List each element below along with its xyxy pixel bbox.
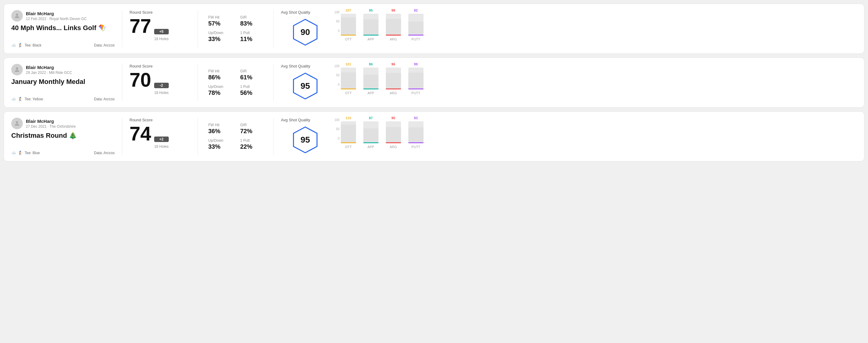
bar-group-arg: 98 ARG	[386, 8, 401, 41]
hexagon-container: 95	[290, 125, 320, 155]
chart-section: 100 50 0 101 OTT 86 APP	[330, 64, 857, 101]
bar-group-putt: 99 PUTT	[408, 62, 424, 95]
score-row: 74 +2 18 Holes	[129, 124, 190, 149]
chart-section: 100 50 0 107 OTT 95 APP	[330, 10, 857, 48]
avatar	[11, 118, 23, 129]
round-left-section: Blair McHarg 27 Dec 2021 · The Oxfordshi…	[11, 118, 115, 155]
score-big: 74	[129, 124, 151, 144]
divider	[122, 118, 122, 155]
score-big: 70	[129, 70, 151, 90]
hexagon-container: 95	[290, 71, 320, 101]
holes-label: 18 Holes	[154, 37, 168, 41]
updown-stat: Up/Down 33%	[208, 31, 234, 42]
round-score-label: Round Score	[129, 118, 190, 122]
one-putt-stat: 1 Putt 11%	[240, 31, 266, 42]
updown-stat: Up/Down 78%	[208, 85, 234, 96]
score-section: Round Score 74 +2 18 Holes	[129, 118, 190, 155]
tee-label: Tee: Blue	[25, 151, 40, 155]
round-title: January Monthly Medal	[11, 78, 115, 86]
divider3	[273, 10, 274, 48]
user-icon	[14, 120, 20, 127]
updown-stat: Up/Down 33%	[208, 138, 234, 150]
bottom-row: ☁️ 🏌 Tee: Blue Data: Arccos	[11, 151, 115, 155]
user-meta: 27 Dec 2021 · The Oxfordshire	[26, 124, 76, 129]
score-diff-badge: +2	[154, 136, 168, 142]
one-putt-stat: 1 Putt 56%	[240, 85, 266, 96]
score-diff-badge: +5	[154, 29, 168, 34]
weather-icon: ☁️	[11, 97, 16, 101]
bar-group-ott: 101 OTT	[341, 62, 356, 95]
hex-score: 90	[300, 27, 310, 37]
user-info: Blair McHarg 29 Jan 2022 · Mill Ride GCC	[11, 64, 115, 75]
bar-group-arg: 95 ARG	[386, 116, 401, 149]
one-putt-stat: 1 Putt 22%	[240, 138, 266, 150]
bar-group-app: 95 APP	[363, 8, 378, 41]
avatar	[11, 10, 23, 22]
divider2	[197, 10, 198, 48]
user-name: Blair McHarg	[26, 119, 76, 124]
bar-group-arg: 96 ARG	[386, 62, 401, 95]
chart-section: 100 50 0 110 OTT 87 APP	[330, 118, 857, 155]
round-score-label: Round Score	[129, 64, 190, 68]
quality-label: Avg Shot Quality	[281, 64, 310, 68]
divider3	[273, 64, 274, 101]
data-source: Data: Arccos	[94, 97, 115, 101]
round-card-1: Blair McHarg 12 Feb 2022 · Royal North D…	[4, 4, 864, 54]
round-title: Christmas Round 🎄	[11, 132, 115, 139]
quality-section: Avg Shot Quality 95	[281, 118, 330, 155]
gir-stat: GIR 61%	[240, 69, 266, 81]
fw-hit-stat: FW Hit 57%	[208, 15, 234, 27]
bar-group-ott: 107 OTT	[341, 8, 356, 41]
round-card-3: Blair McHarg 27 Dec 2021 · The Oxfordshi…	[4, 111, 864, 161]
bar-group-app: 86 APP	[363, 62, 378, 95]
stats-section: FW Hit 86% GIR 61% Up/Down 78% 1 Putt 56…	[205, 64, 266, 101]
bar-group-app: 87 APP	[363, 116, 378, 149]
bar-group-putt: 93 PUTT	[408, 116, 424, 149]
bar-group-ott: 110 OTT	[341, 116, 356, 149]
round-score-label: Round Score	[129, 10, 190, 14]
divider3	[273, 118, 274, 155]
bag-icon: 🏌	[18, 97, 23, 101]
divider	[122, 10, 122, 48]
user-info: Blair McHarg 27 Dec 2021 · The Oxfordshi…	[11, 118, 115, 129]
score-big: 77	[129, 17, 151, 36]
avatar	[11, 64, 23, 75]
round-card-2: Blair McHarg 29 Jan 2022 · Mill Ride GCC…	[4, 58, 864, 107]
bag-icon: 🏌	[18, 43, 23, 48]
weather-icon: ☁️	[11, 43, 16, 48]
gir-stat: GIR 83%	[240, 15, 266, 27]
holes-label: 18 Holes	[154, 91, 168, 95]
divider2	[197, 64, 198, 101]
user-info: Blair McHarg 12 Feb 2022 · Royal North D…	[11, 10, 115, 22]
hex-score: 95	[300, 81, 310, 91]
stats-section: FW Hit 36% GIR 72% Up/Down 33% 1 Putt 22…	[205, 118, 266, 155]
quality-section: Avg Shot Quality 90	[281, 10, 330, 48]
tee-label: Tee: Yellow	[25, 97, 43, 101]
tee-label: Tee: Black	[25, 43, 41, 48]
bag-icon: 🏌	[18, 151, 23, 155]
svg-point-4	[16, 121, 18, 123]
bottom-row: ☁️ 🏌 Tee: Yellow Data: Arccos	[11, 97, 115, 101]
svg-point-2	[16, 67, 18, 70]
divider2	[197, 118, 198, 155]
data-source: Data: Arccos	[94, 43, 115, 48]
hex-score: 95	[300, 135, 310, 145]
score-section: Round Score 70 -2 18 Holes	[129, 64, 190, 101]
user-meta: 29 Jan 2022 · Mill Ride GCC	[26, 70, 72, 75]
data-source: Data: Arccos	[94, 151, 115, 155]
fw-hit-stat: FW Hit 86%	[208, 69, 234, 81]
weather-icon: ☁️	[11, 151, 16, 155]
user-icon	[14, 66, 20, 73]
fw-hit-stat: FW Hit 36%	[208, 123, 234, 135]
hexagon-container: 90	[290, 17, 320, 48]
score-section: Round Score 77 +5 18 Holes	[129, 10, 190, 48]
divider	[122, 64, 122, 101]
score-diff-badge: -2	[154, 83, 168, 88]
gir-stat: GIR 72%	[240, 123, 266, 135]
quality-section: Avg Shot Quality 95	[281, 64, 330, 101]
user-name: Blair McHarg	[26, 65, 72, 70]
score-row: 77 +5 18 Holes	[129, 17, 190, 41]
bar-group-putt: 82 PUTT	[408, 8, 424, 41]
user-meta: 12 Feb 2022 · Royal North Devon GC	[26, 17, 87, 21]
stats-section: FW Hit 57% GIR 83% Up/Down 33% 1 Putt 11…	[205, 10, 266, 48]
